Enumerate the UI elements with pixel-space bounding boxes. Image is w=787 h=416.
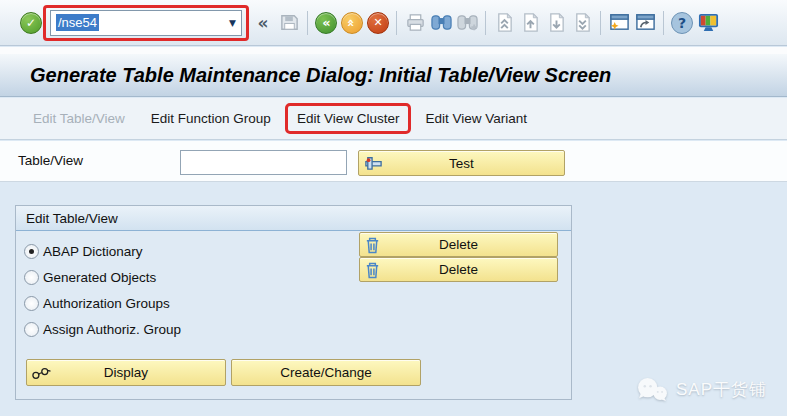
display-button-label: Display <box>104 365 148 380</box>
radio-label: Generated Objects <box>43 270 156 285</box>
page-title: Generate Table Maintenance Dialog: Initi… <box>30 64 611 87</box>
display-button[interactable]: Display <box>26 359 226 386</box>
menu-item-edit-function-group[interactable]: Edit Function Group <box>139 103 283 134</box>
table-view-input[interactable] <box>180 150 347 175</box>
toolbar-separator <box>396 11 397 35</box>
test-tool-icon <box>363 154 384 173</box>
delete-button-dictionary[interactable]: Delete <box>359 232 558 257</box>
chat-bubbles-logo-icon <box>635 377 668 402</box>
first-page-icon <box>495 12 514 33</box>
toolbar-separator <box>485 11 486 35</box>
find-next-icon <box>456 12 479 33</box>
help-button[interactable]: ? <box>669 10 695 36</box>
find-icon <box>430 12 453 33</box>
watermark: SAP干货铺 <box>635 377 767 402</box>
exit-button[interactable]: « <box>339 10 365 36</box>
back-button[interactable]: « <box>313 10 339 36</box>
page-up-button[interactable] <box>517 10 543 36</box>
find-button[interactable] <box>428 10 454 36</box>
enter-button[interactable]: ✓ <box>18 10 44 36</box>
collapse-toolbar-button[interactable]: « <box>250 10 276 36</box>
menu-item-edit-table-view[interactable]: Edit Table/View <box>21 103 137 134</box>
delete-button-label: Delete <box>439 237 478 252</box>
command-field-wrap: /nse54 ▼ <box>50 10 242 36</box>
page-down-icon <box>547 12 566 33</box>
create-shortcut-button[interactable] <box>632 10 658 36</box>
application-toolbar: Edit Table/View Edit Function Group Edit… <box>0 98 787 140</box>
watermark-text: SAP干货铺 <box>676 378 767 401</box>
collapse-icon: « <box>258 13 269 33</box>
trash-icon <box>364 235 381 254</box>
create-change-button[interactable]: Create/Change <box>231 359 421 386</box>
groupbox-header: Edit Table/View <box>16 206 571 231</box>
delete-button-generated-objects[interactable]: Delete <box>359 257 558 282</box>
radio-circle-icon <box>24 270 39 285</box>
edit-table-view-groupbox: Edit Table/View ABAP Dictionary Generate… <box>15 205 572 400</box>
command-field[interactable]: /nse54 ▼ <box>50 10 242 36</box>
create-shortcut-icon <box>634 12 657 33</box>
last-page-button[interactable] <box>569 10 595 36</box>
cancel-button[interactable]: ✕ <box>365 10 391 36</box>
sap-gui-window: ✓ /nse54 ▼ « « « ✕ <box>0 0 787 416</box>
page-up-icon <box>521 12 540 33</box>
enter-icon: ✓ <box>20 12 42 34</box>
trash-icon <box>364 260 381 279</box>
save-button[interactable] <box>276 10 302 36</box>
customize-layout-icon <box>697 12 720 33</box>
create-change-button-label: Create/Change <box>280 365 372 380</box>
radio-circle-icon <box>24 322 39 337</box>
toolbar-separator <box>600 11 601 35</box>
help-icon: ? <box>671 12 693 34</box>
menu-item-edit-view-cluster[interactable]: Edit View Cluster <box>285 103 412 134</box>
first-page-button[interactable] <box>491 10 517 36</box>
glasses-icon <box>31 366 52 380</box>
radio-label: ABAP Dictionary <box>43 244 143 259</box>
new-session-icon <box>608 12 631 33</box>
radio-label: Authorization Groups <box>43 296 170 311</box>
toolbar-separator <box>307 11 308 35</box>
print-icon <box>405 12 426 33</box>
system-toolbar: ✓ /nse54 ▼ « « « ✕ <box>0 0 787 46</box>
table-view-row: Table/View Test <box>0 141 787 182</box>
radio-assign-authoriz-group[interactable]: Assign Authoriz. Group <box>24 316 571 342</box>
toolbar-separator <box>663 11 664 35</box>
save-icon <box>279 12 300 33</box>
command-field-value: /nse54 <box>56 14 99 31</box>
menu-item-edit-view-variant[interactable]: Edit View Variant <box>413 103 539 134</box>
last-page-icon <box>573 12 592 33</box>
test-button[interactable]: Test <box>358 150 565 176</box>
cancel-icon: ✕ <box>373 17 382 28</box>
new-session-button[interactable] <box>606 10 632 36</box>
table-view-label: Table/View <box>18 153 83 168</box>
customize-layout-button[interactable] <box>695 10 721 36</box>
radio-circle-icon <box>24 296 39 311</box>
toolbar-gap <box>0 47 787 54</box>
print-button[interactable] <box>402 10 428 36</box>
radio-label: Assign Authoriz. Group <box>43 322 181 337</box>
radio-authorization-groups[interactable]: Authorization Groups <box>24 290 571 316</box>
back-icon: « <box>322 16 329 29</box>
find-next-button[interactable] <box>454 10 480 36</box>
radio-circle-icon <box>24 244 39 259</box>
title-bar: Generate Table Maintenance Dialog: Initi… <box>0 54 787 97</box>
test-button-label: Test <box>449 156 474 171</box>
groupbox-title: Edit Table/View <box>26 211 118 226</box>
page-down-button[interactable] <box>543 10 569 36</box>
chevron-down-icon[interactable]: ▼ <box>229 18 236 28</box>
delete-button-label: Delete <box>439 262 478 277</box>
exit-icon: « <box>346 19 359 26</box>
